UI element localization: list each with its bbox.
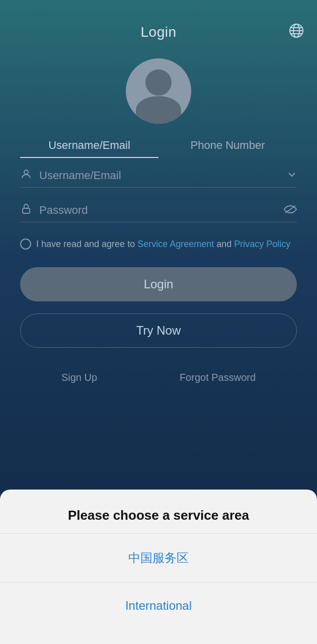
eye-icon[interactable]	[284, 205, 297, 216]
avatar	[126, 58, 191, 124]
lock-icon	[20, 203, 32, 218]
form-container: Username/Email Phone Number	[20, 139, 297, 348]
bottom-sheet: Please choose a service area 中国服务区 Inter…	[0, 490, 317, 644]
password-input-row	[20, 203, 297, 222]
username-input-row	[20, 168, 297, 188]
bottom-links: Sign Up Forgot Password	[20, 372, 297, 383]
svg-point-5	[24, 170, 28, 174]
user-icon	[20, 168, 32, 183]
tab-phone[interactable]: Phone Number	[158, 139, 297, 158]
login-tabs: Username/Email Phone Number	[20, 139, 297, 158]
globe-icon	[288, 22, 305, 39]
page-title: Login	[140, 24, 176, 40]
privacy-policy-link[interactable]: Privacy Policy	[234, 239, 290, 249]
globe-icon-button[interactable]	[288, 22, 305, 41]
tab-username[interactable]: Username/Email	[20, 139, 158, 158]
service-agreement-link[interactable]: Service Agreement	[137, 239, 214, 249]
password-input[interactable]	[39, 204, 284, 217]
sheet-title: Please choose a service area	[0, 490, 317, 533]
avatar-body	[136, 96, 181, 124]
avatar-container	[0, 58, 317, 124]
try-now-button[interactable]: Try Now	[20, 313, 297, 348]
china-option[interactable]: 中国服务区	[0, 534, 317, 583]
sign-up-link[interactable]: Sign Up	[61, 372, 97, 383]
agree-text: I have read and agree to Service Agreeme…	[36, 237, 290, 251]
username-input[interactable]	[39, 169, 287, 182]
top-bar: Login	[0, 0, 317, 48]
avatar-head	[145, 69, 172, 96]
forgot-password-link[interactable]: Forgot Password	[180, 372, 256, 383]
agree-checkbox[interactable]	[20, 238, 31, 250]
international-option[interactable]: International	[0, 583, 317, 629]
dropdown-icon[interactable]	[287, 170, 297, 182]
svg-rect-6	[23, 208, 30, 213]
login-button[interactable]: Login	[20, 267, 297, 301]
agreement-row: I have read and agree to Service Agreeme…	[20, 237, 297, 251]
